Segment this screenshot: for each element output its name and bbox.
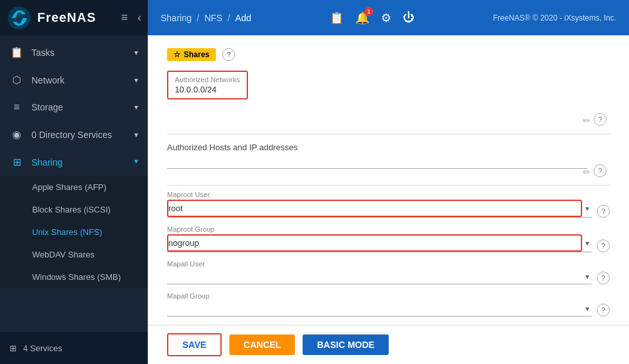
maproot-user-labeled: Maproot User ▾ (167, 191, 592, 218)
breadcrumb-nfs[interactable]: NFS (204, 13, 222, 23)
sidebar-footer[interactable]: ⊞ 4 Services (0, 332, 148, 364)
maproot-user-field: Maproot User ▾ ? (167, 191, 610, 218)
maproot-group-label: Maproot Group (167, 225, 592, 233)
shares-badge[interactable]: ☆ Shares (167, 48, 216, 61)
sidebar-item-network-label: Network (31, 75, 64, 85)
maproot-user-label: Maproot User (167, 191, 592, 198)
sidebar-item-storage[interactable]: ≡ Storage ▾ (0, 94, 148, 121)
sidebar: FreeNAS ≡ ‹ 📋 Tasks ▾ ⬡ Network ▾ ≡ Stor… (0, 0, 148, 364)
menu-toggle-button[interactable]: ≡ (121, 11, 128, 24)
sidebar-controls: ≡ ‹ (121, 11, 141, 24)
freenas-logo-icon (6, 5, 32, 31)
mapall-group-value-row: ▾ (167, 301, 592, 316)
notifications-icon[interactable]: 🔔 1 (355, 11, 369, 25)
maproot-group-value-row: ▾ (167, 234, 592, 252)
back-button[interactable]: ‹ (137, 11, 141, 24)
mapall-user-value-row: ▾ (167, 269, 592, 284)
basic-mode-button[interactable]: BASIC MODE (303, 334, 388, 355)
sidebar-item-windows-shares[interactable]: Windows Shares (SMB) (0, 266, 148, 288)
app-subtitle: FreeNAS® © 2020 - iXsystems, Inc. (493, 13, 616, 22)
sidebar-item-sharing-label: Sharing (31, 157, 62, 168)
form-card: ☆ Shares ? Authorized Networks 10.0.0.0/… (148, 35, 629, 325)
mapall-user-labeled: Mapall User ▾ (167, 260, 592, 284)
maproot-user-help-icon[interactable]: ? (597, 205, 610, 218)
sidebar-item-storage-label: Storage (31, 102, 63, 112)
sidebar-item-unix-shares[interactable]: Unix Shares (NFS) (0, 221, 148, 243)
directory-services-icon: ◉ (10, 128, 24, 141)
mapall-user-dropdown[interactable]: ▾ (585, 272, 592, 281)
maproot-group-field: Maproot Group ▾ ? (167, 225, 610, 252)
storage-arrow: ▾ (134, 103, 138, 112)
clipboard-icon[interactable]: 📋 (330, 11, 344, 25)
maproot-group-dropdown[interactable]: ▾ (585, 239, 592, 248)
sidebar-item-apple-shares[interactable]: Apple Shares (AFP) (0, 176, 148, 198)
content-area: ☆ Shares ? Authorized Networks 10.0.0.0/… (148, 35, 629, 325)
storage-icon: ≡ (10, 101, 24, 113)
mapall-group-labeled: Mapall Group ▾ (167, 292, 592, 316)
authorized-hosts-help-icon[interactable]: ? (594, 164, 607, 177)
breadcrumb: Sharing / NFS / Add (161, 13, 251, 23)
svg-point-0 (8, 6, 31, 30)
main-content: Sharing / NFS / Add 📋 🔔 1 ⚙ ⏻ FreeNAS® ©… (148, 0, 629, 364)
cancel-button[interactable]: CANCEL (229, 334, 295, 355)
mapall-user-help-icon[interactable]: ? (597, 272, 610, 284)
sidebar-item-directory-services[interactable]: ◉ 0 Directory Services ▾ (0, 121, 148, 148)
mapall-group-input[interactable] (167, 301, 582, 316)
sidebar-item-network[interactable]: ⬡ Network ▾ (0, 66, 148, 94)
breadcrumb-sep-1: / (197, 13, 199, 23)
sidebar-item-tasks-label: Tasks (31, 48, 55, 58)
sharing-sub-nav: Apple Shares (AFP) Block Shares (iSCSI) … (0, 176, 148, 288)
divider-1 (167, 134, 610, 134)
shares-help-icon[interactable]: ? (222, 48, 235, 61)
tasks-arrow: ▾ (134, 48, 138, 57)
maproot-user-value-row: ▾ (167, 200, 592, 218)
services-label: 4 Services (23, 343, 62, 353)
mapall-user-label: Mapall User (167, 260, 592, 268)
sidebar-item-block-shares[interactable]: Block Shares (iSCSI) (0, 198, 148, 221)
sidebar-nav: 📋 Tasks ▾ ⬡ Network ▾ ≡ Storage ▾ ◉ 0 Di… (0, 35, 148, 332)
sidebar-item-webdav-shares[interactable]: WebDAV Shares (0, 243, 148, 266)
topbar-icons: 📋 🔔 1 ⚙ ⏻ (330, 11, 414, 25)
breadcrumb-sep-2: / (227, 13, 230, 23)
authorized-networks-help-icon[interactable]: ? (594, 113, 607, 126)
freenas-logo: FreeNAS (6, 5, 96, 31)
logo-text: FreeNAS (37, 10, 96, 25)
shares-badge-label: Shares (184, 50, 209, 59)
topbar: Sharing / NFS / Add 📋 🔔 1 ⚙ ⏻ FreeNAS® ©… (148, 0, 629, 35)
settings-icon[interactable]: ⚙ (381, 11, 391, 25)
mapall-user-input[interactable] (167, 269, 582, 284)
sharing-icon: ⊞ (10, 156, 24, 168)
directory-services-arrow: ▾ (134, 130, 138, 139)
breadcrumb-add: Add (235, 13, 251, 23)
network-arrow: ▾ (134, 76, 138, 85)
authorized-hosts-label: Authorized Hosts and IP addresses (167, 139, 610, 152)
authorized-hosts-edit-icon[interactable]: ✏ (583, 167, 590, 177)
power-icon[interactable]: ⏻ (403, 11, 414, 24)
divider-2 (167, 185, 610, 186)
breadcrumb-sharing[interactable]: Sharing (161, 13, 191, 23)
sidebar-item-directory-services-label: 0 Directory Services (31, 130, 112, 140)
sidebar-item-sharing[interactable]: ⊞ Sharing ▴ (0, 148, 148, 176)
maproot-group-input[interactable] (167, 234, 582, 252)
mapall-group-field: Mapall Group ▾ ? (167, 292, 610, 316)
network-icon: ⬡ (10, 74, 24, 86)
authorized-networks-edit-icon[interactable]: ✏ (583, 116, 590, 126)
mapall-group-help-icon[interactable]: ? (597, 304, 610, 316)
authorized-networks-section: Authorized Networks 10.0.0.0/24 (167, 71, 610, 100)
mapall-group-label: Mapall Group (167, 292, 592, 300)
shares-bar: ☆ Shares ? (167, 48, 610, 61)
sidebar-item-tasks[interactable]: 📋 Tasks ▾ (0, 39, 148, 66)
maproot-group-labeled: Maproot Group ▾ (167, 225, 592, 252)
authorized-networks-box: Authorized Networks 10.0.0.0/24 (167, 71, 248, 100)
authorized-networks-value: 10.0.0.0/24 (175, 85, 240, 94)
maproot-user-dropdown[interactable]: ▾ (585, 204, 592, 213)
services-icon: ⊞ (10, 343, 17, 353)
shares-badge-icon: ☆ (173, 50, 181, 59)
maproot-user-input[interactable] (167, 200, 582, 217)
maproot-group-help-icon[interactable]: ? (597, 239, 610, 252)
sharing-arrow: ▴ (134, 158, 138, 167)
notification-badge: 1 (364, 7, 373, 16)
mapall-group-dropdown[interactable]: ▾ (585, 304, 592, 313)
save-button[interactable]: SAVE (167, 333, 222, 356)
sidebar-header: FreeNAS ≡ ‹ (0, 0, 148, 35)
